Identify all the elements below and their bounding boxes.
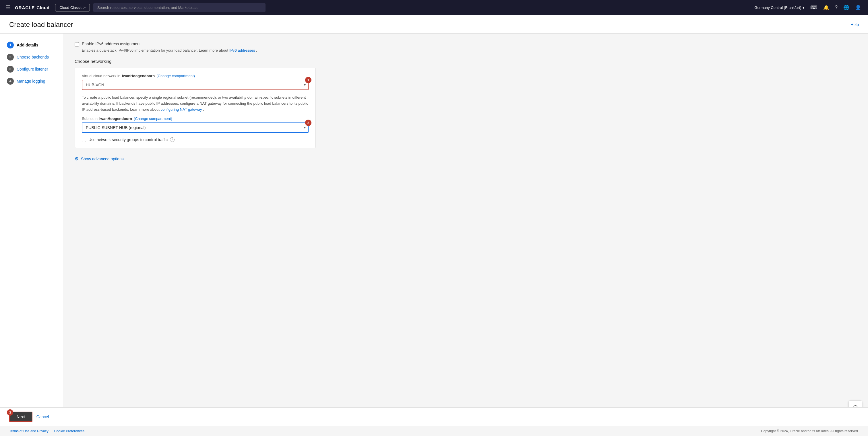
- oracle-logo: ORACLE Cloud: [15, 5, 50, 10]
- main-content: 1 Add details 2 Choose backends 3 Config…: [0, 34, 868, 407]
- cancel-button[interactable]: Cancel: [36, 412, 49, 422]
- step-1-add-details[interactable]: 1 Add details: [7, 42, 56, 48]
- nsg-checkbox[interactable]: [82, 138, 86, 142]
- subnet-field-label: Subnet in IwanHoogendoorn (Change compar…: [82, 116, 309, 121]
- step-2-badge: 2: [7, 54, 14, 61]
- cloud-classic-button[interactable]: Cloud Classic >: [55, 4, 90, 11]
- ipv6-checkbox-label[interactable]: Enable IPv6 address assignment: [82, 42, 141, 46]
- footer-links: Terms of Use and Privacy Cookie Preferen…: [9, 429, 84, 433]
- next-button[interactable]: 3 Next: [9, 412, 32, 422]
- step-2-label[interactable]: Choose backends: [17, 55, 49, 59]
- advanced-options-icon: ⚙: [74, 156, 79, 162]
- networking-section-title: Choose networking: [74, 59, 857, 64]
- cookie-preferences-link[interactable]: Cookie Preferences: [54, 429, 84, 433]
- vcn-field-label: Virtual cloud network in IwanHoogendoorn…: [82, 74, 309, 78]
- page-footer: Terms of Use and Privacy Cookie Preferen…: [0, 426, 868, 436]
- nsg-info-icon: i: [170, 137, 175, 142]
- networking-card: Virtual cloud network in IwanHoogendoorn…: [74, 68, 316, 148]
- subnet-select[interactable]: PUBLIC-SUBNET-HUB (regional): [82, 123, 309, 133]
- step-1-label: Add details: [17, 43, 38, 47]
- vcn-field-group: Virtual cloud network in IwanHoogendoorn…: [82, 74, 309, 90]
- user-avatar-icon[interactable]: 👤: [853, 3, 863, 12]
- networking-info-text: To create a public load balancer, specif…: [82, 95, 309, 112]
- nat-gateway-link[interactable]: configuring NAT gateway: [160, 107, 202, 111]
- step-4-label[interactable]: Manage logging: [17, 79, 45, 83]
- ipv6-description: Enables a dual-stack IPv4/IPv6 implement…: [82, 48, 857, 53]
- help-question-icon[interactable]: ?: [833, 3, 840, 12]
- terms-link[interactable]: Terms of Use and Privacy: [9, 429, 49, 433]
- step-4-badge: 4: [7, 78, 14, 85]
- form-area: Enable IPv6 address assignment Enables a…: [63, 34, 868, 407]
- step-3-badge: 3: [7, 66, 14, 73]
- nsg-checkbox-label[interactable]: Use network security groups to control t…: [88, 137, 167, 142]
- hamburger-menu-icon[interactable]: ☰: [5, 3, 11, 12]
- step-3-configure-listener[interactable]: 3 Configure listener: [7, 66, 56, 73]
- stepper-sidebar: 1 Add details 2 Choose backends 3 Config…: [0, 34, 63, 407]
- region-selector[interactable]: Germany Central (Frankfurt) ▾: [752, 4, 807, 11]
- step-4-manage-logging[interactable]: 4 Manage logging: [7, 78, 56, 85]
- globe-icon[interactable]: 🌐: [841, 3, 851, 12]
- subnet-select-wrapper: PUBLIC-SUBNET-HUB (regional) ▾ 2: [82, 123, 309, 133]
- nsg-checkbox-row: Use network security groups to control t…: [82, 137, 309, 142]
- vcn-compartment-name: IwanHoogendoorn: [122, 74, 155, 78]
- oracle-wordmark: ORACLE: [15, 5, 35, 10]
- cloud-wordmark: Cloud: [36, 5, 50, 10]
- step-2-choose-backends[interactable]: 2 Choose backends: [7, 54, 56, 61]
- step-3-label[interactable]: Configure listener: [17, 67, 48, 71]
- page-header: Create load balancer Help: [0, 15, 868, 34]
- top-navigation: ☰ ORACLE Cloud Cloud Classic > Germany C…: [0, 0, 868, 15]
- page-title: Create load balancer: [9, 21, 73, 29]
- help-link[interactable]: Help: [850, 22, 859, 27]
- search-input[interactable]: [93, 3, 266, 12]
- vcn-select-wrapper: HUB-VCN ▾ 1: [82, 80, 309, 90]
- ipv6-checkbox-row: Enable IPv6 address assignment: [74, 42, 857, 46]
- notifications-bell-icon[interactable]: 🔔: [821, 3, 832, 12]
- bottom-action-bar: 3 Next Cancel: [0, 407, 868, 426]
- code-icon-button[interactable]: ⌨: [808, 3, 820, 12]
- vcn-change-compartment-link[interactable]: (Change compartment): [156, 74, 195, 78]
- region-label: Germany Central (Frankfurt): [754, 5, 801, 10]
- ipv6-addresses-link[interactable]: IPv6 addresses: [229, 48, 255, 53]
- advanced-options-row: ⚙ Show advanced options: [74, 156, 857, 162]
- topnav-right-section: Germany Central (Frankfurt) ▾ ⌨ 🔔 ? 🌐 👤: [752, 3, 863, 12]
- subnet-step-badge: 2: [305, 120, 311, 126]
- subnet-change-compartment-link[interactable]: (Change compartment): [134, 116, 172, 121]
- next-button-badge: 3: [7, 409, 13, 416]
- subnet-compartment-name: IwanHoogendoorn: [99, 116, 132, 121]
- vcn-select[interactable]: HUB-VCN: [82, 80, 309, 90]
- vcn-step-badge: 1: [305, 77, 311, 83]
- step-1-badge: 1: [7, 42, 14, 48]
- subnet-field-group: Subnet in IwanHoogendoorn (Change compar…: [82, 116, 309, 133]
- advanced-options-link[interactable]: Show advanced options: [81, 157, 124, 161]
- region-chevron-icon: ▾: [803, 5, 805, 10]
- ipv6-checkbox[interactable]: [74, 42, 79, 46]
- footer-copyright: Copyright © 2024, Oracle and/or its affi…: [761, 429, 859, 433]
